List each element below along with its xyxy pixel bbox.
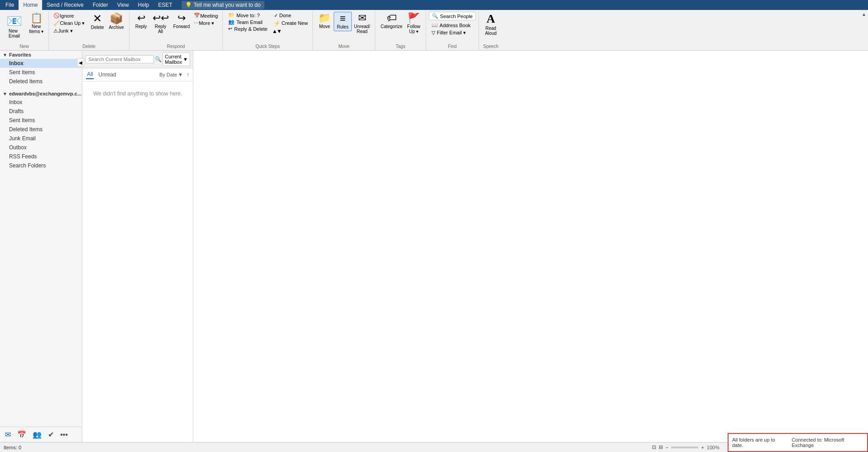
tab-home[interactable]: Home: [19, 0, 42, 10]
quickstep-reply-delete[interactable]: ↩ Reply & Delete: [225, 25, 270, 32]
ribbon-collapse-button[interactable]: ▲: [862, 12, 866, 17]
zoom-out-icon[interactable]: −: [666, 445, 668, 450]
tab-eset[interactable]: ESET: [153, 0, 177, 10]
quicksteps-group-label: Quick Steps: [223, 43, 312, 50]
read-aloud-label: ReadAloud: [485, 26, 497, 36]
quickstep-done-label: ✓ Done: [274, 13, 291, 19]
lightbulb-icon: 💡: [185, 2, 192, 8]
sidebar-item-sent[interactable]: Sent Items: [0, 116, 82, 125]
sidebar-collapse-button[interactable]: ◀: [77, 58, 82, 67]
new-items-icon: 📋: [30, 13, 43, 23]
respond-group-label: Respond: [129, 43, 223, 50]
connection-label: Connected to: Microsoft Exchange: [791, 437, 863, 448]
rules-button[interactable]: ≡ Rules: [334, 12, 352, 31]
favorites-header[interactable]: ▼ Favorites: [0, 51, 82, 59]
move-icon: 📁: [318, 13, 331, 23]
tab-file[interactable]: File: [1, 0, 19, 10]
follow-up-icon: 🚩: [408, 13, 420, 23]
tab-view[interactable]: View: [113, 0, 134, 10]
tell-me-box[interactable]: 💡 Tell me what you want to do: [182, 1, 264, 9]
sidebar-item-search-folders[interactable]: Search Folders: [0, 161, 82, 170]
delete-group-label: Delete: [49, 43, 129, 50]
search-icon[interactable]: 🔍: [155, 56, 162, 62]
zoom-in-icon[interactable]: +: [701, 445, 704, 450]
new-email-label: NewEmail: [9, 29, 20, 38]
quicksteps-scroll-down[interactable]: ▼: [277, 28, 280, 32]
new-items-button[interactable]: 📋 NewItems ▾: [27, 12, 46, 39]
ignore-label: Ignore: [60, 13, 74, 19]
quickstep-move-to[interactable]: 📁 Move to: ?: [225, 12, 270, 19]
sidebar-item-deleted-favorite[interactable]: Deleted Items: [0, 77, 82, 86]
categorize-button[interactable]: 🏷 Categorize: [378, 12, 404, 30]
sort-label: By Date: [159, 72, 177, 77]
quicksteps-scroll-up[interactable]: ▲: [272, 28, 276, 32]
search-scope-button[interactable]: Current Mailbox ▼: [163, 52, 190, 66]
reply-button[interactable]: ↩ Reply: [132, 12, 150, 30]
ribbon: 📧 NewEmail 📋 NewItems ▾ New 🚫 Ignore 🧹: [0, 10, 868, 51]
tab-send-receive[interactable]: Send / Receive: [42, 0, 88, 10]
ignore-button[interactable]: 🚫 Ignore: [52, 12, 86, 19]
read-aloud-icon: A: [487, 13, 495, 25]
sidebar: ◀ ▼ Favorites Inbox Sent Items Deleted I…: [0, 51, 82, 442]
rules-label: Rules: [337, 24, 349, 29]
view-reading-icon[interactable]: ⊟: [659, 444, 663, 450]
archive-label: Archive: [109, 25, 124, 30]
contacts-nav-icon[interactable]: 👥: [31, 429, 43, 440]
sidebar-item-rss[interactable]: RSS Feeds: [0, 152, 82, 161]
sort-button[interactable]: By Date ▼: [159, 72, 183, 77]
forward-button[interactable]: ↪ Forward: [171, 12, 192, 30]
sort-dropdown-icon: ▼: [178, 72, 183, 77]
move-button[interactable]: 📁 Move: [316, 12, 334, 30]
sidebar-item-inbox[interactable]: Inbox: [0, 98, 82, 107]
search-input[interactable]: [85, 55, 154, 63]
search-people-icon: 🔍: [432, 13, 438, 19]
filter-tab-all[interactable]: All: [86, 70, 94, 79]
filter-email-button[interactable]: ▽ Filter Email ▾: [429, 29, 476, 37]
sidebar-item-sent-favorite[interactable]: Sent Items: [0, 68, 82, 77]
tab-folder[interactable]: Folder: [88, 0, 113, 10]
follow-up-button[interactable]: 🚩 FollowUp ▾: [405, 12, 423, 35]
zoom-slider[interactable]: [671, 447, 698, 448]
sidebar-item-junk[interactable]: Junk Email: [0, 134, 82, 143]
more-nav-icon[interactable]: •••: [59, 429, 69, 440]
reply-delete-icon: ↩: [228, 26, 232, 32]
account-header[interactable]: ▼ edwardvbs@exchangemvp.c...: [0, 90, 82, 98]
reply-all-button[interactable]: ↩↩ ReplyAll: [150, 12, 171, 35]
calendar-nav-icon[interactable]: 📅: [16, 429, 28, 440]
archive-button[interactable]: 📦 Archive: [106, 12, 126, 31]
speech-group-label: Speech: [479, 43, 503, 50]
sidebar-item-drafts[interactable]: Drafts: [0, 107, 82, 116]
quickstep-team-email[interactable]: 👥 Team Email: [225, 19, 270, 25]
new-email-icon: 📧: [6, 14, 22, 29]
sidebar-item-outbox[interactable]: Outbox: [0, 143, 82, 152]
more-respond-button[interactable]: ⋯ More ▾: [192, 19, 220, 27]
meeting-button[interactable]: 📅 Meeting: [192, 12, 220, 19]
clean-up-button[interactable]: 🧹 Clean Up ▾: [52, 19, 86, 27]
unread-read-button[interactable]: ✉ Unread/Read: [352, 12, 373, 35]
search-people-button[interactable]: 🔍 Search People: [429, 12, 476, 20]
sidebar-item-inbox-favorite[interactable]: Inbox: [0, 59, 82, 68]
main-layout: ◀ ▼ Favorites Inbox Sent Items Deleted I…: [0, 51, 868, 442]
sidebar-item-deleted[interactable]: Deleted Items: [0, 125, 82, 134]
sync-status-label: All folders are up to date.: [732, 437, 784, 448]
junk-button[interactable]: ⚠ Junk ▾: [52, 27, 86, 35]
tab-help[interactable]: Help: [134, 0, 154, 10]
delete-button[interactable]: ✕ Delete: [88, 12, 106, 31]
unread-read-label: Unread/Read: [354, 24, 370, 34]
quickstep-create-new-label: ⚡ Create New: [274, 20, 308, 26]
quickstep-done-button[interactable]: ✓ Done: [272, 12, 310, 19]
address-book-button[interactable]: 📖 Address Book: [429, 21, 476, 29]
new-email-button[interactable]: 📧 NewEmail: [3, 12, 26, 39]
follow-up-label: FollowUp ▾: [407, 24, 420, 34]
tasks-nav-icon[interactable]: ✔: [47, 429, 55, 440]
view-normal-icon[interactable]: ⊡: [652, 444, 656, 450]
delete-icon: ✕: [93, 13, 102, 24]
team-email-label: Team Email: [236, 19, 262, 25]
sort-direction-icon[interactable]: ↑: [187, 71, 189, 78]
clean-up-icon: 🧹: [53, 20, 60, 26]
mail-nav-icon[interactable]: ✉: [4, 429, 12, 440]
quickstep-create-new-button[interactable]: ⚡ Create New: [272, 19, 310, 27]
read-aloud-button[interactable]: A ReadAloud: [482, 12, 500, 37]
reply-all-label: ReplyAll: [155, 24, 167, 34]
filter-tab-unread[interactable]: Unread: [97, 71, 117, 79]
